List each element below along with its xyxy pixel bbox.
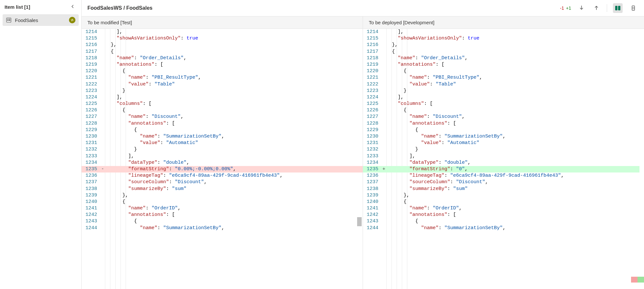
code-line[interactable]: "annotations": [ [105, 61, 363, 68]
single-view-icon [630, 5, 636, 11]
diff-stats: -1 +1 [560, 6, 571, 11]
code-line[interactable]: { [105, 199, 363, 205]
sidebar-header: Item list [1] [3, 3, 79, 14]
code-line[interactable]: }, [105, 192, 363, 199]
diff-sign-column: + [382, 29, 386, 289]
code-line[interactable]: "value": "Table" [105, 81, 363, 88]
left-pane[interactable]: 1214121512161217121812191220122112221223… [82, 29, 363, 289]
code-line[interactable]: "annotations": [ [386, 212, 644, 218]
code-line[interactable]: "annotations": [ [386, 61, 644, 68]
toolbar-separator [607, 4, 607, 12]
code-line[interactable]: "name": "SummarizationSetBy", [105, 133, 363, 140]
code-line[interactable]: "name": "Order_Details", [105, 55, 363, 61]
code-line[interactable]: ], [386, 153, 644, 160]
overview-add-marker [638, 277, 644, 283]
code-line[interactable]: "showAsVariationsOnly": true [386, 35, 644, 42]
code-line[interactable]: "name": "Discount", [386, 114, 644, 120]
split-view-icon [615, 5, 621, 11]
code-line[interactable]: ], [105, 153, 363, 160]
code-line[interactable]: { [386, 199, 644, 205]
code-line[interactable]: }, [386, 192, 644, 199]
code-line[interactable]: "formatString": "0.00%;-0.00%;0.00%", [105, 166, 363, 172]
code-line[interactable]: { [386, 127, 644, 133]
left-pane-title: To be modified [Test] [82, 17, 363, 28]
line-number-gutter: 1214121512161217121812191220122112221223… [363, 29, 382, 289]
top-controls: -1 +1 [560, 3, 638, 13]
right-pane[interactable]: 1214121512161217121812191220122112221223… [363, 29, 644, 289]
code-column: ], "showAsVariationsOnly": true }, { "na… [105, 29, 363, 231]
code-line[interactable]: ], [105, 94, 363, 101]
sidebar-title: Item list [1] [5, 4, 30, 10]
code-line[interactable]: "summarizeBy": "sum" [105, 186, 363, 192]
breadcrumb: FoodSalesWS / FoodSales [87, 5, 153, 11]
code-line[interactable]: "columns": [ [105, 101, 363, 107]
code-line[interactable]: "value": "Table" [386, 81, 644, 88]
code-line[interactable]: "name": "Discount", [105, 114, 363, 120]
code-line[interactable]: } [386, 146, 644, 153]
line-number-gutter: 1214121512161217121812191220122112221223… [82, 29, 100, 289]
code-line[interactable]: "annotations": [ [386, 120, 644, 127]
next-diff-button[interactable] [577, 4, 586, 13]
arrow-down-icon [579, 5, 584, 10]
overview-del-marker [631, 277, 638, 283]
code-line[interactable]: ], [386, 94, 644, 101]
code-line[interactable]: "dataType": "double", [386, 160, 644, 166]
diff-sign-column: - [100, 29, 105, 289]
code-line[interactable]: }, [105, 42, 363, 48]
overview-ruler[interactable] [639, 29, 644, 289]
code-line[interactable]: "sourceColumn": "Discount", [386, 179, 644, 185]
code-line[interactable]: "showAsVariationsOnly": true [105, 35, 363, 42]
main: FoodSalesWS / FoodSales -1 +1 [82, 0, 644, 289]
swap-icon [70, 18, 74, 22]
code-line[interactable]: "name": "SummarizationSetBy", [386, 133, 644, 140]
code-line[interactable]: "sourceColumn": "Discount", [105, 179, 363, 185]
svg-rect-5 [615, 6, 617, 10]
svg-rect-3 [7, 20, 8, 21]
side-by-side-view-button[interactable] [613, 3, 623, 13]
code-line[interactable]: "annotations": [ [105, 120, 363, 127]
code-line[interactable]: "value": "Automatic" [105, 140, 363, 146]
code-line[interactable]: "formatString": "0", [386, 166, 644, 172]
code-line[interactable]: "name": "PBI_ResultType", [105, 74, 363, 81]
code-line[interactable]: } [105, 88, 363, 94]
code-line[interactable]: "columns": [ [386, 101, 644, 107]
code-line[interactable]: }, [386, 42, 644, 48]
code-line[interactable]: "lineageTag": "e6ca9cf4-89aa-429f-9cad-4… [386, 172, 644, 179]
code-line[interactable]: { [386, 218, 644, 225]
sidebar-item-foodsales[interactable]: FoodSales [3, 14, 79, 26]
code-line[interactable]: { [386, 107, 644, 114]
code-line[interactable]: { [105, 127, 363, 133]
code-line[interactable]: "lineageTag": "e6ca9cf4-89aa-429f-9cad-4… [105, 172, 363, 179]
code-line[interactable]: "dataType": "double", [105, 160, 363, 166]
code-line[interactable]: "name": "SummarizationSetBy", [105, 225, 363, 231]
inline-view-button[interactable] [628, 3, 638, 13]
right-pane-title: To be deployed [Development] [363, 17, 644, 28]
code-line[interactable]: ], [386, 29, 644, 35]
code-line[interactable]: { [386, 49, 644, 55]
scrollbar-thumb[interactable] [357, 217, 362, 226]
app-root: Item list [1] FoodSales FoodSalesWS / Fo… [0, 0, 644, 289]
prev-diff-button[interactable] [592, 4, 601, 13]
code-line[interactable]: "name": "OrderID", [386, 205, 644, 212]
collapse-sidebar-button[interactable] [69, 3, 77, 10]
code-line[interactable]: "name": "Order_Details", [386, 55, 644, 61]
code-line[interactable]: "name": "SummarizationSetBy", [386, 225, 644, 231]
code-line[interactable]: } [386, 88, 644, 94]
topbar: FoodSalesWS / FoodSales -1 +1 [82, 0, 644, 17]
svg-rect-6 [618, 6, 620, 10]
pane-headers: To be modified [Test] To be deployed [De… [82, 17, 644, 29]
code-line[interactable]: { [105, 107, 363, 114]
code-line[interactable]: "name": "OrderID", [105, 205, 363, 212]
code-line[interactable]: { [386, 68, 644, 74]
code-line[interactable]: "annotations": [ [105, 212, 363, 218]
code-line[interactable]: "value": "Automatic" [386, 140, 644, 146]
code-line[interactable]: ], [105, 29, 363, 35]
chevron-left-icon [71, 5, 75, 8]
code-line[interactable]: { [105, 68, 363, 74]
code-line[interactable]: } [105, 146, 363, 153]
code-line[interactable]: { [105, 218, 363, 225]
sidebar-item-label: FoodSales [15, 17, 66, 23]
code-line[interactable]: "name": "PBI_ResultType", [386, 74, 644, 81]
code-line[interactable]: { [105, 49, 363, 55]
code-line[interactable]: "summarizeBy": "sum" [386, 186, 644, 192]
